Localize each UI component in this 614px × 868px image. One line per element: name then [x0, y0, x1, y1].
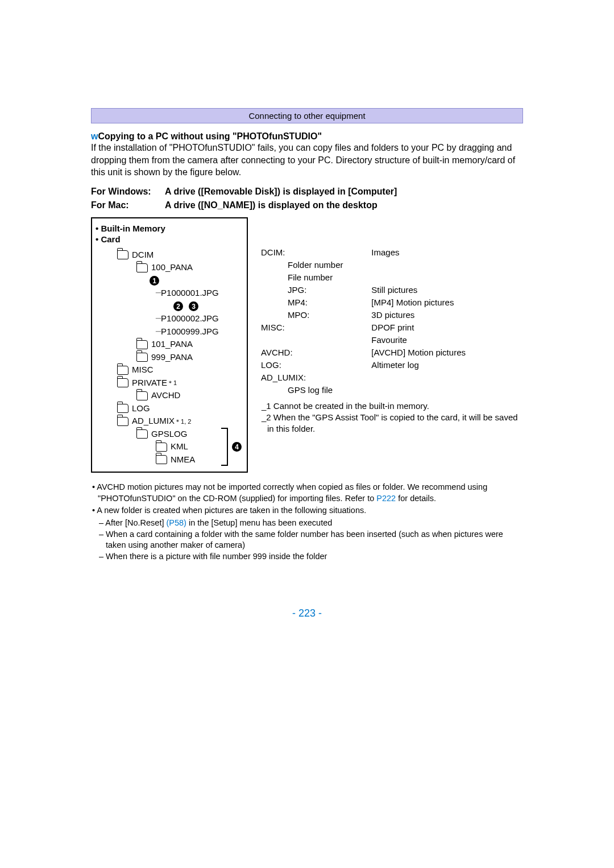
section-header: Connecting to other equipment: [91, 108, 523, 123]
directory-tree-box: • Built-in Memory • Card DCIM 100_PANA 1…: [91, 217, 248, 473]
callout-circle-4: 4: [232, 442, 242, 452]
tree-adlumix: AD_LUMIX: [132, 415, 175, 428]
desc-folder: Folder number: [260, 259, 522, 271]
tree-nmea: NMEA: [171, 453, 195, 466]
desc-mp4-k: MP4:: [260, 297, 370, 308]
mac-label: For Mac:: [91, 200, 165, 210]
desc-misc-k: MISC:: [260, 322, 370, 333]
intro-text: If the installation of "PHOTOfunSTUDIO" …: [91, 142, 523, 179]
tree-misc: MISC: [132, 363, 154, 377]
desc-mpo-k: MPO:: [260, 309, 370, 321]
windows-label: For Windows:: [91, 187, 165, 197]
desc-file: File number: [260, 272, 522, 283]
callout-circle-2: 2: [173, 301, 183, 311]
tree-file999: P1000999.JPG: [161, 325, 219, 338]
desc-misc-v: DPOF print: [371, 322, 522, 333]
tree-101pana: 101_PANA: [151, 338, 193, 351]
folder-icon: [117, 378, 128, 387]
bottom-notes: • AVCHD motion pictures may not be impor…: [91, 482, 523, 562]
desc-misc-v2: Favourite: [371, 334, 522, 346]
folder-icon: [117, 404, 128, 413]
mac-text: A drive ([NO_NAME]) is displayed on the …: [165, 200, 377, 210]
folder-icon: [117, 417, 128, 426]
desc-dcim-v: Images: [371, 247, 522, 258]
folder-icon: [117, 366, 128, 375]
tree-dcim: DCIM: [132, 249, 154, 262]
folder-icon: [136, 391, 148, 400]
folder-icon: [136, 263, 148, 272]
os-list: For Windows: A drive ([Removable Disk]) …: [91, 187, 523, 210]
sub-noreset-b: in the [Setup] menu has been executed: [186, 518, 332, 527]
desc-avchd-k: AVCHD:: [260, 347, 370, 358]
desc-mpo-v: 3D pictures: [371, 309, 522, 321]
tree-header-card: • Card: [96, 234, 243, 245]
folder-icon: [156, 443, 167, 452]
footnote-2: _2 When the "GPS Assist Tool" is copied …: [259, 412, 523, 435]
folder-icon: [156, 455, 167, 464]
tree-kml: KML: [171, 440, 188, 453]
folder-icon: [136, 340, 148, 349]
link-p58[interactable]: (P58): [166, 518, 186, 527]
tree-private: PRIVATE: [132, 377, 167, 390]
desc-mp4-v: [MP4] Motion pictures: [371, 297, 522, 308]
sub-card: – When a card containing a folder with t…: [91, 529, 523, 551]
desc-jpg-v: Still pictures: [371, 284, 522, 296]
desc-log-k: LOG:: [260, 359, 370, 371]
page-number: - 223 -: [91, 607, 523, 619]
tree-gpslog: GPSLOG: [151, 428, 187, 441]
link-p222[interactable]: P222: [376, 494, 396, 503]
folder-icon: [136, 353, 148, 362]
folder-icon: [117, 250, 128, 259]
title-text: Copying to a PC without using "PHOTOfunS…: [98, 131, 322, 141]
tree-100pana: 100_PANA: [151, 261, 193, 274]
note-avchd-b: for details.: [396, 494, 436, 503]
footnote-1: _1 Cannot be created in the built-in mem…: [259, 400, 523, 412]
folder-icon: [136, 429, 148, 439]
title-line: wCopying to a PC without using "PHOTOfun…: [91, 131, 523, 142]
tree-log: LOG: [132, 402, 150, 415]
tree-file1: P1000001.JPG: [161, 287, 219, 300]
desc-log-v: Altimeter log: [371, 359, 522, 371]
diagram-row: • Built-in Memory • Card DCIM 100_PANA 1…: [91, 217, 523, 473]
callout-circle-1: 1: [150, 276, 159, 286]
gps-bracket: [221, 428, 228, 466]
callout-circle-3: 3: [189, 301, 198, 311]
title-prefix: w: [91, 131, 98, 141]
desc-jpg-k: JPG:: [260, 284, 370, 296]
page: Connecting to other equipment wCopying t…: [0, 0, 614, 654]
desc-ad-k: AD_LUMIX:: [260, 372, 522, 383]
tree-file2: P1000002.JPG: [161, 312, 219, 325]
desc-dcim-k: DCIM:: [260, 247, 370, 258]
directory-tree: DCIM 100_PANA 1 ─ P1000001.JPG 2 3 ─ P1: [96, 249, 243, 466]
note-newfolder: • A new folder is created when pictures …: [91, 505, 523, 516]
desc-gps: GPS log file: [260, 385, 522, 396]
description-table: DCIM:Images Folder number File number JP…: [259, 246, 523, 397]
description-block: DCIM:Images Folder number File number JP…: [259, 217, 523, 435]
sub-999: – When there is a picture with file numb…: [91, 551, 523, 563]
tree-999pana: 999_PANA: [151, 351, 193, 364]
tree-header-memory: • Built-in Memory: [96, 223, 243, 234]
desc-avchd-v: [AVCHD] Motion pictures: [371, 347, 522, 358]
windows-text: A drive ([Removable Disk]) is displayed …: [165, 187, 397, 197]
sub-noreset-a: – After [No.Reset]: [99, 518, 166, 527]
tree-avchd: AVCHD: [151, 389, 180, 402]
